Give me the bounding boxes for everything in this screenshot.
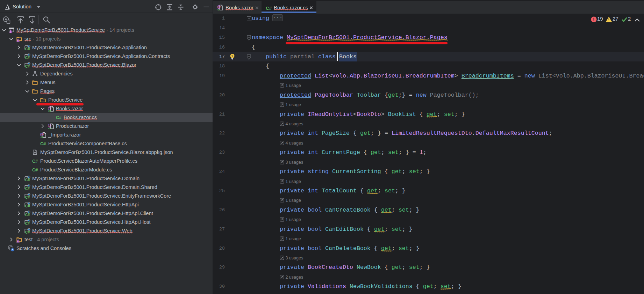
svg-text:C#: C# xyxy=(25,221,30,225)
svg-text:C#: C# xyxy=(25,213,30,216)
svg-text:c#: c# xyxy=(217,8,221,11)
svg-text:C#: C# xyxy=(40,141,46,146)
svg-text:C#: C# xyxy=(266,6,272,11)
svg-text:C#: C# xyxy=(25,64,30,68)
svg-text:C#: C# xyxy=(25,195,30,199)
svg-text:c#: c# xyxy=(48,109,51,112)
svg-text:C#: C# xyxy=(25,56,30,59)
svg-text:C#: C# xyxy=(56,115,62,120)
svg-text:C#: C# xyxy=(25,230,30,234)
svg-text:C#: C# xyxy=(32,159,38,164)
svg-text:C#: C# xyxy=(25,178,30,182)
svg-text:C#: C# xyxy=(25,186,30,190)
svg-text:C#: C# xyxy=(25,204,30,208)
svg-text:C#: C# xyxy=(25,47,30,51)
svg-text:c#: c# xyxy=(48,127,51,130)
svg-text:C#: C# xyxy=(32,168,38,172)
svg-text:c#: c# xyxy=(41,135,44,138)
